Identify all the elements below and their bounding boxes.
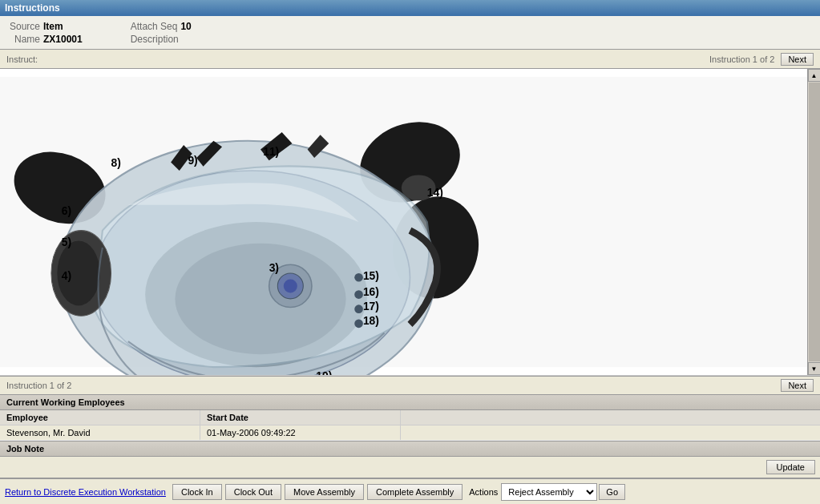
job-note-body: Update [0,457,820,478]
move-assembly-button[interactable]: Move Assembly [285,484,364,500]
attachseq-label: Attach Seq [131,21,178,32]
source-value: Item [43,21,63,32]
startdate-column-header: Start Date [200,410,401,425]
scrollbar-right[interactable]: ▲ ▼ [807,69,820,375]
attachseq-group: Attach Seq 10 Description [131,21,192,45]
attachseq-value: 10 [180,21,191,32]
description-label: Description [131,34,179,45]
scroll-thumb[interactable] [809,83,820,361]
svg-text:14): 14) [427,186,443,199]
complete-assembly-button[interactable]: Complete Assembly [367,484,463,500]
clock-out-button[interactable]: Clock Out [225,484,281,500]
name-label: Name [8,34,40,45]
svg-point-16 [354,290,363,299]
svg-point-17 [354,304,363,313]
svg-text:11): 11) [263,145,279,158]
svg-text:4): 4) [62,269,71,282]
svg-text:15): 15) [363,269,379,282]
name-value: ZX10001 [43,34,83,45]
return-link[interactable]: Return to Discrete Execution Workstation [5,487,166,497]
actions-label: Actions [469,487,498,497]
svg-point-18 [354,319,363,328]
action-bar: Return to Discrete Execution Workstation… [0,478,820,504]
instruction-area: Instruct: Instruction 1 of 2 Next [0,50,820,395]
scroll-up-button[interactable]: ▲ [808,69,821,82]
table-row: Stevenson, Mr. David 01-May-2006 09:49:2… [0,425,820,441]
source-group: Source Item Name ZX10001 [8,21,83,45]
instruction-pagination-bottom: Instruction 1 of 2 [6,381,71,390]
info-bar: Source Item Name ZX10001 Attach Seq 10 D… [0,16,820,50]
next-button-bottom[interactable]: Next [781,379,814,392]
svg-text:6): 6) [62,204,71,217]
job-note-section: Job Note Update [0,442,820,478]
svg-text:5): 5) [62,236,71,248]
title-text: Instructions [5,2,60,14]
main-container: Source Item Name ZX10001 Attach Seq 10 D… [0,16,820,504]
start-date-cell: 01-May-2006 09:49:22 [200,425,401,440]
svg-text:18): 18) [363,314,379,327]
svg-text:3): 3) [269,261,279,274]
source-label: Source [8,21,40,32]
instruction-label: Instruct: [6,54,38,64]
scroll-down-button[interactable]: ▼ [808,362,821,375]
svg-text:19): 19) [316,369,332,375]
svg-point-15 [354,273,363,282]
employees-section: Current Working Employees Employee Start… [0,395,820,442]
assembly-diagram: 8) 9) 11) 14) 6) 5) 4) 3) 15) 16) 17) 18… [0,69,820,375]
next-button-top[interactable]: Next [781,53,814,66]
job-note-header: Job Note [0,442,820,457]
employee-name-cell: Stevenson, Mr. David [0,425,200,440]
svg-text:9): 9) [188,154,197,167]
svg-text:16): 16) [363,285,379,298]
employees-table-header: Employee Start Date [0,410,820,425]
svg-text:8): 8) [111,156,121,169]
instruction-footer: Instruction 1 of 2 Next [0,376,820,395]
instruction-header: Instruct: Instruction 1 of 2 Next [0,50,820,69]
instruction-pagination-top: Instruction 1 of 2 [709,54,774,64]
go-button[interactable]: Go [599,484,625,500]
title-bar: Instructions [0,0,820,16]
image-viewport: 8) 9) 11) 14) 6) 5) 4) 3) 15) 16) 17) 18… [0,69,820,376]
employee-column-header: Employee [0,410,200,425]
clock-in-button[interactable]: Clock In [172,484,222,500]
svg-text:17): 17) [363,300,379,312]
update-button[interactable]: Update [766,460,815,474]
reject-assembly-select[interactable]: Reject Assembly [501,483,597,501]
svg-point-14 [284,279,297,292]
employees-section-header: Current Working Employees [0,395,820,410]
